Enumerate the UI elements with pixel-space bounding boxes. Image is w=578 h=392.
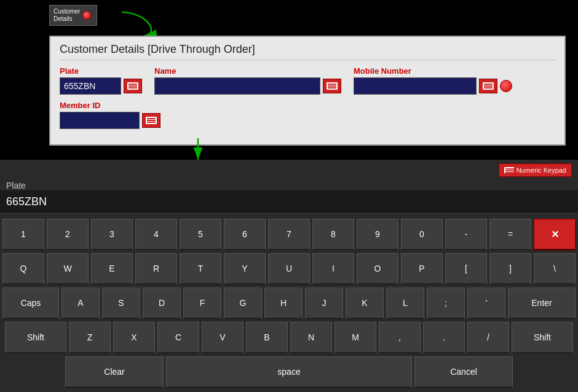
- key-b[interactable]: B: [246, 322, 288, 354]
- keyboard-input-display: 665ZBN: [0, 190, 578, 214]
- mobile-input-row: [354, 77, 512, 95]
- key-e[interactable]: E: [91, 253, 133, 285]
- key-semicolon[interactable]: ;: [427, 288, 465, 319]
- key-p[interactable]: P: [401, 253, 443, 285]
- name-input[interactable]: [154, 77, 320, 95]
- customer-details-red-circle: [82, 11, 91, 20]
- key-shift-right[interactable]: Shift: [512, 322, 573, 354]
- key-backspace[interactable]: ✕: [534, 219, 576, 251]
- key-space[interactable]: space: [166, 356, 412, 388]
- key-7[interactable]: 7: [268, 219, 310, 251]
- key-q[interactable]: Q: [2, 253, 44, 285]
- key-i[interactable]: I: [312, 253, 354, 285]
- plate-input[interactable]: [60, 77, 121, 95]
- key-l[interactable]: L: [386, 288, 424, 319]
- panel-title: Customer Details [Drive Through Order]: [60, 43, 555, 60]
- key-o[interactable]: O: [357, 253, 398, 285]
- member-keyboard-icon: [146, 117, 157, 124]
- customer-details-button[interactable]: CustomerDetails: [49, 5, 97, 26]
- numeric-keypad-label: Numeric Keypad: [517, 167, 566, 174]
- member-id-input-row: [60, 112, 160, 129]
- key-h[interactable]: H: [264, 288, 303, 319]
- key-6[interactable]: 6: [224, 219, 266, 251]
- plate-input-row: [60, 77, 142, 95]
- key-g[interactable]: G: [224, 288, 262, 319]
- key-f[interactable]: F: [183, 288, 221, 319]
- key-quote[interactable]: ': [467, 288, 505, 319]
- key-j[interactable]: J: [305, 288, 343, 319]
- key-rbracket[interactable]: ]: [489, 253, 531, 285]
- numeric-keypad-icon: [504, 167, 514, 173]
- key-4[interactable]: 4: [135, 219, 177, 251]
- key-row-5: Clear space Cancel: [2, 356, 576, 388]
- plate-keyboard-button[interactable]: [124, 79, 142, 93]
- member-id-label: Member ID: [60, 101, 160, 110]
- key-w[interactable]: W: [47, 253, 89, 285]
- key-5[interactable]: 5: [180, 219, 221, 251]
- key-row-2: Q W E R T Y U I O P [ ] \: [2, 253, 576, 285]
- key-c[interactable]: C: [157, 322, 199, 354]
- fields-row-1: Plate Name M: [60, 66, 555, 95]
- key-2[interactable]: 2: [47, 219, 89, 251]
- numeric-keypad-button[interactable]: Numeric Keypad: [499, 163, 572, 177]
- key-r[interactable]: R: [135, 253, 177, 285]
- name-input-row: [154, 77, 341, 95]
- key-comma[interactable]: ,: [379, 322, 421, 354]
- key-backslash[interactable]: \: [534, 253, 576, 285]
- key-u[interactable]: U: [268, 253, 310, 285]
- member-id-input[interactable]: [60, 112, 140, 129]
- key-3[interactable]: 3: [91, 219, 133, 251]
- key-s[interactable]: S: [102, 288, 140, 319]
- key-x[interactable]: X: [113, 322, 155, 354]
- field-indicator: Plate: [6, 181, 26, 190]
- key-row-4: Shift Z X C V B N M , . / Shift: [2, 322, 576, 354]
- keyboard-input-value: 665ZBN: [6, 195, 47, 208]
- key-z[interactable]: Z: [69, 322, 111, 354]
- customer-details-panel: Customer Details [Drive Through Order] P…: [49, 36, 566, 146]
- key-slash[interactable]: /: [467, 322, 509, 354]
- backspace-icon: ✕: [548, 228, 561, 240]
- down-arrow: [186, 138, 210, 163]
- key-row-1: 1 2 3 4 5 6 7 8 9 0 - = ✕: [2, 219, 576, 251]
- name-keyboard-button[interactable]: [323, 79, 341, 93]
- key-equals[interactable]: =: [489, 219, 531, 251]
- top-area: CustomerDetails Customer Details [Drive …: [0, 0, 578, 160]
- key-d[interactable]: D: [143, 288, 181, 319]
- key-8[interactable]: 8: [312, 219, 354, 251]
- key-period[interactable]: .: [423, 322, 465, 354]
- plate-field-group: Plate: [60, 66, 142, 95]
- name-field-group: Name: [154, 66, 341, 95]
- key-minus[interactable]: -: [445, 219, 487, 251]
- keyboard-area: Numeric Keypad Plate 665ZBN 1 2 3 4 5 6 …: [0, 160, 578, 392]
- key-row-3: Caps A S D F G H J K L ; ' Enter: [2, 288, 576, 319]
- key-cancel[interactable]: Cancel: [414, 356, 513, 388]
- key-enter[interactable]: Enter: [508, 288, 576, 319]
- key-caps[interactable]: Caps: [2, 288, 59, 319]
- key-y[interactable]: Y: [224, 253, 266, 285]
- mobile-label: Mobile Number: [354, 66, 512, 76]
- mobile-keyboard-icon: [483, 82, 494, 90]
- name-label: Name: [154, 66, 341, 76]
- key-k[interactable]: K: [346, 288, 384, 319]
- key-0[interactable]: 0: [401, 219, 443, 251]
- fields-row-2: Member ID: [60, 101, 555, 129]
- mobile-keyboard-button[interactable]: [479, 79, 497, 93]
- key-clear[interactable]: Clear: [65, 356, 164, 388]
- key-1[interactable]: 1: [2, 219, 44, 251]
- customer-details-label: CustomerDetails: [53, 8, 80, 23]
- key-t[interactable]: T: [180, 253, 221, 285]
- key-shift-left[interactable]: Shift: [5, 322, 66, 354]
- name-keyboard-icon: [327, 82, 338, 90]
- key-v[interactable]: V: [202, 322, 243, 354]
- keyboard-keys-container: 1 2 3 4 5 6 7 8 9 0 - = ✕ Q W E R T Y U …: [2, 219, 576, 390]
- key-m[interactable]: M: [335, 322, 376, 354]
- key-9[interactable]: 9: [357, 219, 398, 251]
- key-a[interactable]: A: [61, 288, 100, 319]
- member-keyboard-button[interactable]: [142, 113, 160, 128]
- key-n[interactable]: N: [290, 322, 332, 354]
- mobile-red-button[interactable]: [500, 80, 512, 92]
- mobile-field-group: Mobile Number: [354, 66, 512, 95]
- plate-keyboard-icon: [127, 82, 138, 90]
- mobile-input[interactable]: [354, 77, 477, 95]
- key-lbracket[interactable]: [: [445, 253, 487, 285]
